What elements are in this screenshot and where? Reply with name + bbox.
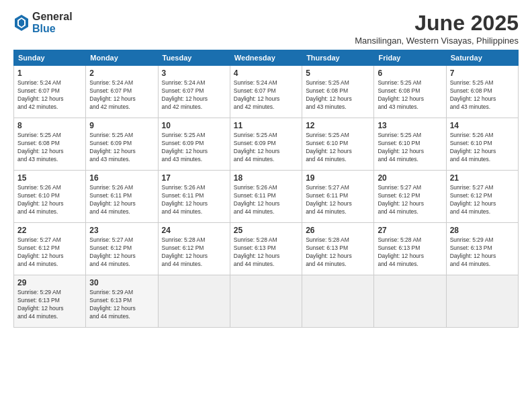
month-title: June 2025 [355,11,519,36]
day-info: Sunrise: 5:26 AM Sunset: 6:11 PM Dayligh… [89,184,154,216]
header: General Blue June 2025 Mansilingan, West… [13,11,519,46]
day-number: 30 [89,278,154,287]
table-row: 26Sunrise: 5:28 AM Sunset: 6:13 PM Dayli… [302,223,374,275]
day-info: Sunrise: 5:28 AM Sunset: 6:13 PM Dayligh… [378,236,442,269]
table-row: 24Sunrise: 5:28 AM Sunset: 6:12 PM Dayli… [158,223,230,275]
day-info: Sunrise: 5:26 AM Sunset: 6:10 PM Dayligh… [17,184,82,216]
day-info: Sunrise: 5:25 AM Sunset: 6:10 PM Dayligh… [378,132,442,164]
day-number: 6 [378,68,442,78]
day-info: Sunrise: 5:29 AM Sunset: 6:13 PM Dayligh… [89,289,154,321]
day-number: 15 [17,173,82,183]
day-number: 23 [89,226,154,235]
day-number: 3 [162,68,226,78]
logo-icon [13,13,30,32]
table-row: 6Sunrise: 5:25 AM Sunset: 6:08 PM Daylig… [374,66,446,118]
table-row [446,275,518,328]
day-info: Sunrise: 5:24 AM Sunset: 6:07 PM Dayligh… [162,79,226,111]
table-row: 3Sunrise: 5:24 AM Sunset: 6:07 PM Daylig… [158,66,230,118]
day-info: Sunrise: 5:27 AM Sunset: 6:12 PM Dayligh… [17,236,82,269]
day-number: 12 [306,121,370,130]
table-row: 2Sunrise: 5:24 AM Sunset: 6:07 PM Daylig… [86,66,158,118]
logo-general-text: General [32,11,73,23]
day-number: 27 [378,226,442,235]
day-info: Sunrise: 5:29 AM Sunset: 6:13 PM Dayligh… [17,289,82,321]
logo: General Blue [13,11,73,34]
calendar-row: 8Sunrise: 5:25 AM Sunset: 6:08 PM Daylig… [14,118,519,171]
table-row [230,275,302,328]
table-row: 22Sunrise: 5:27 AM Sunset: 6:12 PM Dayli… [14,223,86,275]
table-row [302,275,374,328]
table-row: 9Sunrise: 5:25 AM Sunset: 6:09 PM Daylig… [86,118,158,171]
location-title: Mansilingan, Western Visayas, Philippine… [355,36,519,46]
logo-blue-text: Blue [32,23,73,35]
table-row: 20Sunrise: 5:27 AM Sunset: 6:12 PM Dayli… [374,171,446,223]
day-number: 5 [306,68,370,78]
day-info: Sunrise: 5:28 AM Sunset: 6:13 PM Dayligh… [306,236,370,269]
day-info: Sunrise: 5:25 AM Sunset: 6:09 PM Dayligh… [89,132,154,164]
calendar-row: 15Sunrise: 5:26 AM Sunset: 6:10 PM Dayli… [14,171,519,223]
day-number: 24 [162,226,226,235]
col-saturday: Saturday [446,50,518,66]
day-info: Sunrise: 5:25 AM Sunset: 6:08 PM Dayligh… [306,79,370,111]
table-row: 25Sunrise: 5:28 AM Sunset: 6:13 PM Dayli… [230,223,302,275]
day-info: Sunrise: 5:25 AM Sunset: 6:09 PM Dayligh… [162,132,226,164]
table-row [158,275,230,328]
col-tuesday: Tuesday [158,50,230,66]
day-number: 28 [450,226,515,235]
table-row: 23Sunrise: 5:27 AM Sunset: 6:12 PM Dayli… [86,223,158,275]
day-number: 7 [450,68,515,78]
table-row [374,275,446,328]
calendar-table: Sunday Monday Tuesday Wednesday Thursday… [13,50,519,328]
calendar-row: 1Sunrise: 5:24 AM Sunset: 6:07 PM Daylig… [14,66,519,118]
day-info: Sunrise: 5:25 AM Sunset: 6:09 PM Dayligh… [234,132,298,164]
day-number: 17 [162,173,226,183]
day-number: 11 [234,121,298,130]
page: General Blue June 2025 Mansilingan, West… [0,0,532,411]
table-row: 16Sunrise: 5:26 AM Sunset: 6:11 PM Dayli… [86,171,158,223]
table-row: 30Sunrise: 5:29 AM Sunset: 6:13 PM Dayli… [86,275,158,328]
day-info: Sunrise: 5:25 AM Sunset: 6:08 PM Dayligh… [378,79,442,111]
day-number: 8 [17,121,82,130]
day-number: 20 [378,173,442,183]
day-number: 13 [378,121,442,130]
table-row: 29Sunrise: 5:29 AM Sunset: 6:13 PM Dayli… [14,275,86,328]
day-number: 19 [306,173,370,183]
col-friday: Friday [374,50,446,66]
day-number: 22 [17,226,82,235]
day-number: 9 [89,121,154,130]
calendar-row: 29Sunrise: 5:29 AM Sunset: 6:13 PM Dayli… [14,275,519,328]
day-number: 18 [234,173,298,183]
table-row: 5Sunrise: 5:25 AM Sunset: 6:08 PM Daylig… [302,66,374,118]
table-row: 21Sunrise: 5:27 AM Sunset: 6:12 PM Dayli… [446,171,518,223]
table-row: 10Sunrise: 5:25 AM Sunset: 6:09 PM Dayli… [158,118,230,171]
table-row: 18Sunrise: 5:26 AM Sunset: 6:11 PM Dayli… [230,171,302,223]
day-info: Sunrise: 5:27 AM Sunset: 6:11 PM Dayligh… [306,184,370,216]
table-row: 15Sunrise: 5:26 AM Sunset: 6:10 PM Dayli… [14,171,86,223]
day-info: Sunrise: 5:24 AM Sunset: 6:07 PM Dayligh… [234,79,298,111]
table-row: 14Sunrise: 5:26 AM Sunset: 6:10 PM Dayli… [446,118,518,171]
day-info: Sunrise: 5:26 AM Sunset: 6:11 PM Dayligh… [162,184,226,216]
day-info: Sunrise: 5:24 AM Sunset: 6:07 PM Dayligh… [89,79,154,111]
day-number: 26 [306,226,370,235]
table-row: 28Sunrise: 5:29 AM Sunset: 6:13 PM Dayli… [446,223,518,275]
day-info: Sunrise: 5:25 AM Sunset: 6:10 PM Dayligh… [306,132,370,164]
day-info: Sunrise: 5:29 AM Sunset: 6:13 PM Dayligh… [450,236,515,269]
day-info: Sunrise: 5:28 AM Sunset: 6:12 PM Dayligh… [162,236,226,269]
table-row: 8Sunrise: 5:25 AM Sunset: 6:08 PM Daylig… [14,118,86,171]
table-row: 17Sunrise: 5:26 AM Sunset: 6:11 PM Dayli… [158,171,230,223]
table-row: 11Sunrise: 5:25 AM Sunset: 6:09 PM Dayli… [230,118,302,171]
day-info: Sunrise: 5:25 AM Sunset: 6:08 PM Dayligh… [450,79,515,111]
logo-text: General Blue [32,11,73,34]
day-info: Sunrise: 5:27 AM Sunset: 6:12 PM Dayligh… [89,236,154,269]
day-number: 14 [450,121,515,130]
title-area: June 2025 Mansilingan, Western Visayas, … [355,11,519,46]
col-thursday: Thursday [302,50,374,66]
day-info: Sunrise: 5:24 AM Sunset: 6:07 PM Dayligh… [17,79,82,111]
col-wednesday: Wednesday [230,50,302,66]
day-number: 16 [89,173,154,183]
day-info: Sunrise: 5:26 AM Sunset: 6:10 PM Dayligh… [450,132,515,164]
table-row: 13Sunrise: 5:25 AM Sunset: 6:10 PM Dayli… [374,118,446,171]
day-number: 21 [450,173,515,183]
day-info: Sunrise: 5:25 AM Sunset: 6:08 PM Dayligh… [17,132,82,164]
day-number: 1 [17,68,82,78]
